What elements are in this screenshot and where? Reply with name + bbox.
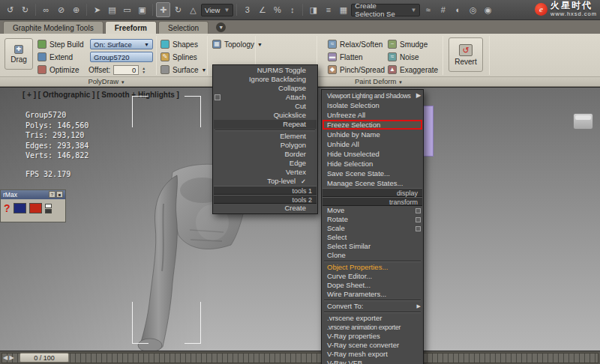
- menu-item-top-level[interactable]: Top-level ✓: [214, 177, 316, 186]
- menu-item-dope-sheet[interactable]: Dope Sheet...: [322, 281, 422, 290]
- color-swatch-dark[interactable]: [45, 209, 52, 213]
- menu-item-convert-to[interactable]: Convert To: ▶: [322, 302, 422, 311]
- optimize-button[interactable]: Optimize: [38, 65, 79, 74]
- menu-item-vertex[interactable]: Vertex: [214, 168, 316, 177]
- palette-title-bar[interactable]: rMax ? ■: [1, 190, 65, 199]
- render-setup-icon[interactable]: ◎: [466, 2, 480, 17]
- snap-toggle-icon[interactable]: 3: [240, 2, 254, 17]
- menu-item-unhide-all[interactable]: Unhide All: [322, 139, 422, 149]
- percent-snap-icon[interactable]: %: [270, 2, 284, 17]
- menu-item-unhide-by-name[interactable]: Unhide by Name: [322, 130, 422, 139]
- select-and-move-icon[interactable]: ✚: [156, 2, 170, 17]
- noise-button[interactable]: ≈ Noise: [388, 52, 419, 61]
- bind-to-space-warp-icon[interactable]: ⊕: [69, 2, 83, 17]
- color-swatch-navy[interactable]: [14, 203, 26, 213]
- splines-button[interactable]: ✎ Splines: [160, 52, 197, 61]
- menu-item-border[interactable]: Border: [214, 150, 316, 159]
- menu-item-vray-scene-converter[interactable]: V-Ray scene converter: [322, 341, 422, 350]
- viewport-label[interactable]: [ + ] [ Orthographic ] [ Smooth + Highli…: [22, 91, 179, 99]
- menu-item-vray-vfb[interactable]: V-Ray VFB: [322, 359, 422, 364]
- flatten-button[interactable]: ▬ Flatten: [328, 52, 363, 61]
- menu-item-cut[interactable]: Cut: [214, 102, 316, 111]
- color-swatch-red[interactable]: [29, 203, 42, 213]
- surface-button[interactable]: Surface ▼: [160, 65, 206, 74]
- settings-box-icon[interactable]: [214, 94, 220, 100]
- mirror-icon[interactable]: ◨: [306, 2, 320, 17]
- select-and-rotate-icon[interactable]: ↻: [171, 2, 185, 17]
- menu-item-create[interactable]: Create: [214, 204, 316, 213]
- menu-item-move[interactable]: Move: [322, 206, 422, 215]
- polydraw-panel-label[interactable]: PolyDraw ▼: [3, 77, 210, 86]
- menu-item-rotate[interactable]: Rotate: [322, 215, 422, 224]
- menu-item-nurms-toggle[interactable]: NURMS Toggle: [214, 66, 316, 75]
- exaggerate-button[interactable]: ▲ Exaggerate: [388, 65, 438, 74]
- material-editor-icon[interactable]: ◐: [451, 2, 465, 17]
- menu-item-attach[interactable]: Attach: [214, 93, 316, 102]
- menu-item-hide-unselected[interactable]: Hide Unselected: [322, 149, 422, 159]
- reference-coordinate-combo[interactable]: View ▼: [201, 4, 233, 16]
- align-icon[interactable]: ≡: [321, 2, 335, 17]
- menu-item-collapse[interactable]: Collapse: [214, 84, 316, 93]
- menu-item-manage-scene-states[interactable]: Manage Scene States...: [322, 178, 422, 188]
- menu-item-select-similar[interactable]: Select Similar: [322, 242, 422, 251]
- offset-field[interactable]: 0: [113, 65, 139, 75]
- menu-item-vray-properties[interactable]: V-Ray properties: [322, 332, 422, 341]
- rectangular-selection-region-icon[interactable]: ▭: [120, 2, 134, 17]
- pinch-spread-button[interactable]: ◆ Pinch/Spread: [328, 65, 385, 74]
- menu-item-viewport-lighting-shadows[interactable]: Viewport Lighting and Shadows ▶: [322, 91, 422, 100]
- tab-graphite-modeling-tools[interactable]: Graphite Modeling Tools: [3, 21, 104, 34]
- layer-manager-icon[interactable]: ▦: [336, 2, 350, 17]
- palette-close-icon[interactable]: ■: [56, 191, 63, 198]
- settings-box-icon[interactable]: [416, 217, 421, 222]
- menu-item-select[interactable]: Select: [322, 233, 422, 242]
- shapes-button[interactable]: Shapes: [160, 40, 198, 49]
- menu-item-ignore-backfacing[interactable]: Ignore Backfacing: [214, 75, 316, 84]
- menu-item-element[interactable]: Element: [214, 132, 316, 141]
- smudge-button[interactable]: ~ Smudge: [388, 40, 428, 49]
- time-slider-arrows-icon[interactable]: ◀ ▶: [3, 354, 14, 361]
- extend-button[interactable]: Extend: [38, 52, 73, 61]
- menu-item-wire-parameters[interactable]: Wire Parameters...: [322, 290, 422, 299]
- window-crossing-icon[interactable]: ▣: [135, 2, 149, 17]
- menu-item-edge[interactable]: Edge: [214, 159, 316, 168]
- offset-spinner[interactable]: ▲▼: [142, 67, 146, 74]
- menu-item-clone[interactable]: Clone: [322, 251, 422, 260]
- named-selection-set-combo[interactable]: Create Selection Se ▼: [351, 4, 420, 16]
- menu-item-vrscene-exporter[interactable]: .vrscene exporter: [322, 314, 422, 323]
- menu-item-hide-selection[interactable]: Hide Selection: [322, 159, 422, 169]
- unlink-selection-icon[interactable]: ⊘: [54, 2, 68, 17]
- curve-editor-icon[interactable]: ≈: [421, 2, 435, 17]
- menu-item-isolate-selection[interactable]: Isolate Selection: [322, 100, 422, 110]
- drag-button[interactable]: ✚ Drag: [4, 38, 33, 70]
- schematic-view-icon[interactable]: #: [436, 2, 450, 17]
- revert-button[interactable]: ↺ Revert: [448, 37, 483, 72]
- menu-item-save-scene-state[interactable]: Save Scene State...: [322, 169, 422, 178]
- time-slider-handle[interactable]: 0 / 100: [20, 353, 69, 363]
- undo-icon[interactable]: ↺: [3, 2, 17, 17]
- menu-item-quickslice[interactable]: Quickslice: [214, 111, 316, 120]
- menu-item-vray-mesh-export[interactable]: V-Ray mesh export: [322, 350, 422, 359]
- ribbon-minimize-icon[interactable]: ▼: [216, 22, 226, 32]
- palette-help-icon[interactable]: ?: [49, 191, 56, 198]
- menu-item-polygon[interactable]: Polygon: [214, 141, 316, 150]
- menu-item-scale[interactable]: Scale: [322, 224, 422, 233]
- select-by-name-icon[interactable]: ▤: [105, 2, 119, 17]
- menu-item-object-properties[interactable]: Object Properties...: [322, 263, 422, 272]
- redo-icon[interactable]: ↻: [18, 2, 32, 17]
- select-and-scale-icon[interactable]: △: [186, 2, 200, 17]
- tab-selection[interactable]: Selection: [158, 21, 208, 34]
- angle-snap-icon[interactable]: ∠: [255, 2, 269, 17]
- menu-item-vrscene-animation-exporter[interactable]: .vrscene animation exporter: [322, 323, 422, 332]
- render-icon[interactable]: ◉: [481, 2, 495, 17]
- menu-item-repeat[interactable]: Repeat: [214, 120, 316, 129]
- pick-group-button[interactable]: Group5720: [90, 52, 153, 62]
- tab-freeform[interactable]: Freeform: [105, 21, 157, 34]
- menu-item-curve-editor[interactable]: Curve Editor...: [322, 272, 422, 281]
- relax-soften-button[interactable]: ≈ Relax/Soften: [328, 40, 382, 49]
- step-build-button[interactable]: Step Build: [38, 40, 84, 49]
- select-and-link-icon[interactable]: ∞: [39, 2, 53, 17]
- draw-on-surface-dropdown[interactable]: On: Surface ▼: [90, 39, 153, 49]
- paint-deform-panel-label[interactable]: Paint Deform ▼: [319, 77, 439, 86]
- settings-box-icon[interactable]: [416, 226, 421, 231]
- menu-item-freeze-selection[interactable]: Freeze Selection: [322, 120, 422, 130]
